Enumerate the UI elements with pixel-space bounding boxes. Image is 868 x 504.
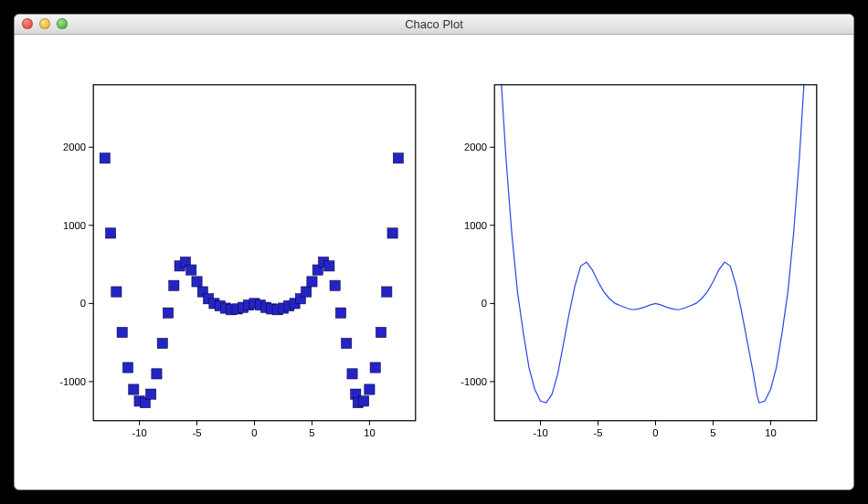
svg-rect-49 [358,396,368,406]
svg-rect-79 [494,85,817,421]
svg-text:5: 5 [710,427,715,438]
svg-text:-1000: -1000 [59,376,86,387]
svg-rect-3 [100,153,110,163]
svg-rect-53 [382,287,392,297]
svg-rect-19 [192,277,202,287]
svg-text:5: 5 [309,427,314,438]
svg-rect-39 [307,277,317,287]
svg-text:2000: 2000 [63,142,86,152]
window-controls [22,18,68,29]
svg-text:0: 0 [251,427,257,438]
close-icon[interactable] [22,18,33,29]
svg-text:-1000: -1000 [460,376,487,387]
svg-rect-46 [347,369,357,379]
svg-rect-38 [302,287,312,297]
svg-rect-44 [335,308,345,318]
app-window: Chaco Plot -10-50510-1000010002000 -10-5… [14,14,854,490]
svg-rect-7 [122,362,132,373]
svg-rect-42 [324,261,334,271]
svg-rect-18 [186,265,196,275]
svg-text:1000: 1000 [63,220,86,231]
svg-rect-14 [163,308,173,318]
plot-area: -10-50510-1000010002000 -10-50510-100001… [15,35,853,489]
svg-rect-5 [111,287,122,297]
minimize-icon[interactable] [39,18,50,29]
svg-rect-13 [157,338,167,348]
svg-rect-15 [169,280,179,290]
svg-text:10: 10 [765,427,777,438]
svg-text:0: 0 [80,298,86,309]
svg-text:0: 0 [652,427,658,438]
svg-rect-59 [93,85,416,421]
zoom-icon[interactable] [57,18,68,29]
svg-rect-55 [393,153,403,163]
svg-text:-10: -10 [533,427,547,438]
svg-text:2000: 2000 [464,142,487,152]
svg-rect-43 [330,280,340,290]
titlebar[interactable]: Chaco Plot [15,15,853,35]
svg-text:1000: 1000 [464,220,487,231]
svg-rect-54 [387,228,397,238]
svg-rect-51 [370,362,380,373]
svg-text:-5: -5 [193,427,202,438]
svg-text:-5: -5 [594,427,603,438]
svg-rect-50 [365,384,375,394]
svg-rect-6 [117,327,127,337]
svg-text:-10: -10 [132,427,146,438]
window-title: Chaco Plot [15,17,853,31]
right-plot[interactable]: -10-50510-1000010002000 [443,71,826,453]
svg-rect-8 [129,384,139,394]
svg-text:0: 0 [482,298,487,309]
svg-rect-45 [342,338,352,348]
svg-text:10: 10 [364,427,376,438]
svg-rect-11 [146,389,156,399]
svg-rect-52 [376,327,386,337]
left-plot[interactable]: -10-50510-1000010002000 [42,71,425,453]
svg-rect-4 [105,228,115,238]
svg-rect-12 [152,369,162,379]
